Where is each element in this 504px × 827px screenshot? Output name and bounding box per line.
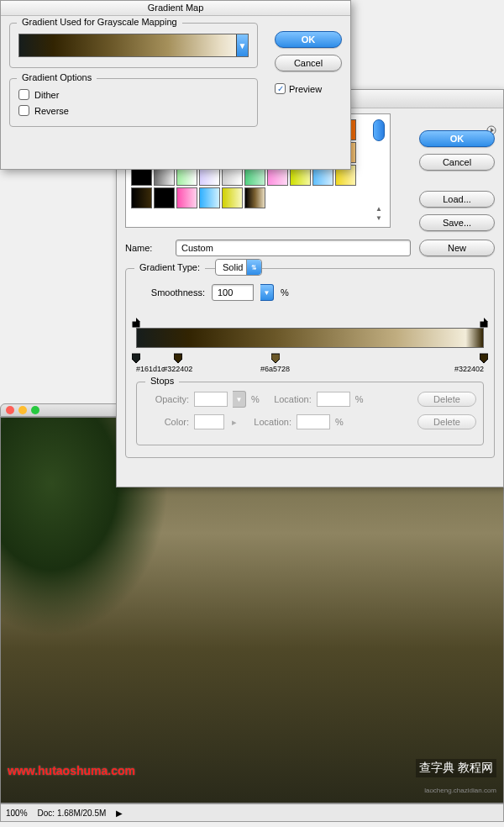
minimize-window-button[interactable] — [18, 406, 27, 414]
gradient-type-label: Gradient Type: — [134, 262, 205, 272]
new-button[interactable]: New — [419, 240, 495, 256]
opacity-stop[interactable] — [132, 316, 140, 326]
ok-button[interactable]: OK — [275, 31, 342, 48]
scroll-up-icon[interactable]: ▲ — [375, 205, 382, 213]
name-input[interactable] — [176, 240, 411, 256]
zoom-level[interactable]: 100% — [6, 809, 28, 818]
smoothness-dropdown[interactable]: ▼ — [260, 284, 274, 301]
gradient-preview[interactable]: ▼ — [18, 34, 249, 57]
save-button[interactable]: Save... — [419, 214, 495, 231]
chevron-updown-icon: ⇅ — [246, 260, 261, 275]
dialog-title[interactable]: Gradient Map — [1, 1, 350, 16]
status-bar: 100% Doc: 1.68M/20.5M ▶ — [0, 803, 504, 822]
smoothness-input[interactable] — [212, 284, 254, 301]
doc-size: Doc: 1.68M/20.5M — [38, 809, 107, 818]
location-label-2: Location: — [244, 417, 291, 427]
smoothness-label: Smoothness: — [136, 287, 205, 298]
preset-swatch[interactable] — [244, 187, 265, 208]
color-stop[interactable] — [174, 351, 182, 361]
reverse-checkbox[interactable] — [18, 105, 29, 116]
watermark-left: www.hutaoshuma.com — [8, 764, 135, 777]
gradient-options-legend: Gradient Options — [17, 72, 97, 82]
location-label: Location: — [265, 394, 312, 404]
color-stop-hex: #161d1c — [136, 365, 165, 373]
color-stop[interactable] — [271, 351, 280, 361]
color-label: Color: — [144, 417, 189, 427]
opacity-stop[interactable] — [480, 316, 488, 326]
chevron-right-icon[interactable]: ▸ — [229, 417, 239, 428]
cancel-button[interactable]: Cancel — [419, 154, 495, 171]
preset-swatch[interactable] — [222, 187, 243, 208]
cancel-button[interactable]: Cancel — [275, 55, 342, 71]
color-stop[interactable] — [480, 351, 488, 361]
color-stop-hex: #322402 — [163, 365, 192, 373]
ok-button[interactable]: OK — [419, 130, 495, 147]
reverse-label: Reverse — [34, 106, 69, 116]
dither-label: Dither — [34, 90, 59, 100]
name-label: Name: — [125, 243, 167, 253]
scrollbar-thumb[interactable] — [373, 119, 385, 141]
preset-swatch[interactable] — [131, 187, 152, 208]
watermark-right: 查字典 教程网 — [416, 759, 496, 777]
presets-scrollbar[interactable]: ▲ ▼ — [373, 119, 385, 222]
opacity-location-input[interactable] — [317, 392, 350, 407]
dither-checkbox[interactable] — [18, 89, 29, 100]
zoom-window-button[interactable] — [31, 406, 39, 414]
svg-rect-1 — [133, 322, 139, 327]
watermark-right-sub: laocheng.chazidian.com — [424, 787, 496, 794]
delete-color-stop-button[interactable]: Delete — [417, 414, 476, 429]
preset-swatch[interactable] — [199, 187, 220, 208]
preview-label: Preview — [289, 84, 322, 94]
opacity-label: Opacity: — [144, 394, 189, 404]
load-button[interactable]: Load... — [419, 191, 495, 208]
preview-checkbox[interactable]: ✓ — [275, 83, 286, 94]
preset-swatch[interactable] — [176, 187, 197, 208]
color-stop[interactable] — [132, 351, 140, 361]
opacity-input[interactable] — [194, 392, 228, 407]
gradient-map-dialog: Gradient Map Gradient Used for Grayscale… — [0, 0, 351, 170]
close-window-button[interactable] — [6, 406, 14, 414]
svg-rect-2 — [480, 322, 487, 327]
color-location-input[interactable] — [297, 414, 330, 429]
color-stop-hex: #322402 — [454, 365, 484, 373]
stops-legend: Stops — [145, 376, 179, 386]
gradient-ramp[interactable] — [136, 328, 484, 348]
preset-swatch[interactable] — [154, 187, 175, 208]
gradient-picker-arrow[interactable]: ▼ — [236, 34, 248, 56]
gradient-type-select[interactable]: Solid ⇅ — [215, 259, 262, 276]
color-stop-hex: #6a5728 — [260, 365, 290, 373]
opacity-dropdown: ▼ — [233, 391, 246, 408]
delete-opacity-stop-button[interactable]: Delete — [417, 392, 476, 407]
color-swatch[interactable] — [194, 414, 224, 429]
grayscale-mapping-legend: Gradient Used for Grayscale Mapping — [17, 17, 182, 27]
scroll-down-icon[interactable]: ▼ — [375, 214, 382, 222]
flyout-icon[interactable]: ▶ — [116, 809, 123, 818]
